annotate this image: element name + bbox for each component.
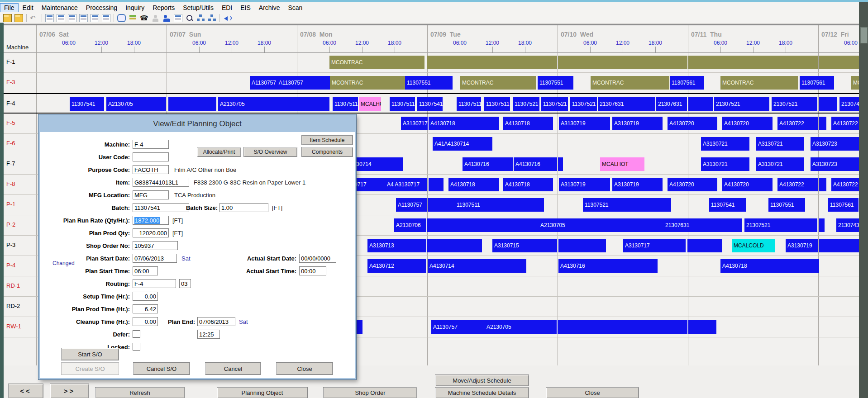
schedule-bar[interactable]: 11307521 — [570, 97, 597, 111]
schedule-bar[interactable]: MCALHOT — [600, 157, 644, 171]
task-list-icon[interactable] — [174, 14, 182, 22]
schedule-bar[interactable] — [819, 117, 826, 130]
batch-size-input[interactable]: 1.00 — [219, 203, 268, 212]
schedule-bar[interactable]: 11307541 — [417, 97, 443, 111]
menu-item-edit[interactable]: Edit — [19, 3, 38, 12]
purpose-code-input[interactable]: FACOTH — [133, 165, 169, 174]
machine-label[interactable]: P-4 — [6, 262, 33, 269]
close-dialog-button[interactable]: Close — [276, 362, 333, 375]
schedule-bar[interactable]: 11307561 — [800, 76, 834, 90]
hierarchy-icon[interactable] — [208, 14, 216, 22]
schedule-bar[interactable]: 21307631 — [663, 218, 742, 232]
schedule-bar[interactable]: A4130718 — [429, 117, 499, 130]
schedule-bar[interactable]: 11307511 — [484, 97, 510, 111]
schedule-bar[interactable]: A4130720 — [722, 117, 773, 130]
actual-start-date-input[interactable]: 00/00/0000 — [299, 254, 336, 263]
schedule-bar[interactable] — [558, 320, 687, 334]
document-chart-icon[interactable] — [79, 14, 88, 22]
shop-order-button[interactable]: Shop Order — [323, 387, 417, 398]
plan-start-time-input[interactable]: 06:00 — [133, 266, 158, 275]
schedule-bar[interactable]: 11307511 — [390, 97, 415, 111]
machine-label[interactable]: F-3 — [6, 79, 33, 85]
search-icon[interactable] — [185, 14, 194, 22]
schedule-bar[interactable]: MCONTRAC — [330, 76, 405, 90]
schedule-bar[interactable]: A3130719 — [559, 117, 610, 130]
comment-icon[interactable] — [117, 14, 126, 22]
save-folder-icon[interactable] — [14, 14, 23, 22]
schedule-bar[interactable] — [687, 239, 722, 252]
schedule-bar[interactable]: A1130757 — [396, 198, 427, 212]
schedule-bar[interactable] — [427, 239, 482, 252]
menu-item-file[interactable]: File — [0, 3, 19, 12]
people-icon[interactable] — [162, 14, 171, 22]
user-code-input[interactable] — [133, 152, 169, 161]
schedule-bar[interactable]: 11307551 — [405, 76, 453, 90]
schedule-bar[interactable] — [429, 178, 444, 191]
scroll-back-button[interactable]: << — [8, 384, 43, 398]
schedule-bar[interactable] — [819, 56, 859, 69]
schedule-bar[interactable]: 21307521 — [744, 218, 817, 232]
item-schedule-button[interactable]: Item Schedule — [301, 135, 353, 145]
phone-icon[interactable]: ☎ — [140, 14, 148, 22]
schedule-bar[interactable]: A3130721 — [701, 137, 749, 151]
item-input[interactable]: G8387441013L1 — [133, 178, 189, 187]
menu-item-reports[interactable]: Reports — [148, 3, 179, 12]
schedule-bar[interactable]: A4130718 — [720, 259, 819, 273]
schedule-bar[interactable]: 2130743 — [836, 218, 859, 232]
schedule-bar[interactable]: A4130720 — [668, 117, 717, 130]
batch-input[interactable]: 11307541 — [133, 203, 189, 212]
schedule-bar[interactable] — [558, 157, 563, 171]
menu-item-processing[interactable]: Processing — [82, 3, 121, 12]
schedule-bar[interactable]: A4130718 — [448, 178, 499, 191]
menu-item-scan[interactable]: Scan — [284, 3, 307, 12]
schedule-bar[interactable]: A1130757 — [431, 320, 485, 334]
menu-item-setup-utils[interactable]: Setup/Utils — [179, 3, 218, 12]
locked-checkbox[interactable] — [133, 343, 140, 351]
refresh-button[interactable]: Refresh — [95, 387, 185, 398]
cancel-so-button[interactable]: Cancel S/O — [133, 362, 190, 375]
allocate-print-button[interactable]: Allocate/Print — [197, 147, 241, 157]
actual-start-time-input[interactable]: 00:00 — [299, 266, 326, 275]
mfg-location-input[interactable]: MFG — [133, 190, 169, 199]
close-screen-button[interactable]: Close — [546, 387, 639, 398]
schedule-bar[interactable]: MCONTRAC — [720, 76, 798, 90]
menu-item-eis[interactable]: EIS — [236, 3, 255, 12]
menu-item-maintenance[interactable]: Maintenance — [38, 3, 82, 12]
schedule-bar[interactable]: 11307511 — [455, 198, 544, 212]
machine-label[interactable]: F-4 — [6, 100, 33, 107]
schedule-bar[interactable]: A41A4130714 — [433, 137, 492, 151]
schedule-bar[interactable]: A3130719 — [612, 117, 663, 130]
machine-label[interactable]: F-5 — [6, 119, 33, 126]
planning-object-button[interactable]: Planning Object — [217, 387, 308, 398]
machine-label[interactable]: F-6 — [6, 140, 33, 147]
undo-icon[interactable]: ↶ — [30, 14, 38, 22]
routing-input[interactable]: F-4 — [133, 279, 176, 288]
schedule-bar[interactable]: 11307541 — [709, 198, 746, 212]
schedule-bar[interactable]: A3130713 — [367, 239, 426, 252]
schedule-bar[interactable]: A4130718 — [503, 117, 553, 130]
bar-chart-icon[interactable] — [91, 14, 99, 22]
machine-label[interactable]: P-2 — [6, 221, 33, 228]
schedule-bar[interactable] — [688, 320, 716, 334]
machine-label[interactable]: F-7 — [6, 160, 33, 167]
schedule-bar[interactable]: A4 A3130717 — [385, 178, 427, 191]
schedule-bar[interactable] — [688, 56, 818, 69]
schedule-bar[interactable]: 11307551 — [768, 198, 805, 212]
schedule-bar[interactable] — [558, 239, 606, 252]
shop-order-no-input[interactable]: 105937 — [133, 241, 178, 250]
schedule-bar[interactable] — [819, 97, 837, 111]
schedule-bar[interactable]: A4130720 — [668, 178, 717, 191]
machine-label[interactable]: RD-1 — [6, 282, 33, 289]
schedule-bar[interactable]: MCALHOT — [359, 97, 381, 111]
schedule-bar[interactable] — [819, 239, 859, 252]
plan-end-date-input[interactable]: 07/06/2013 — [197, 317, 235, 326]
schedule-bar[interactable] — [427, 218, 539, 232]
machine-label[interactable]: F-1 — [6, 58, 33, 65]
start-so-button[interactable]: Start S/O — [61, 348, 119, 360]
schedule-bar[interactable]: A3130719 — [559, 178, 610, 191]
schedule-bar[interactable] — [819, 178, 826, 191]
layers-icon[interactable] — [129, 14, 137, 22]
schedule-bar[interactable] — [688, 97, 713, 111]
machine-label[interactable]: RW-1 — [6, 323, 33, 330]
create-so-button[interactable]: Create S/O — [61, 362, 119, 375]
